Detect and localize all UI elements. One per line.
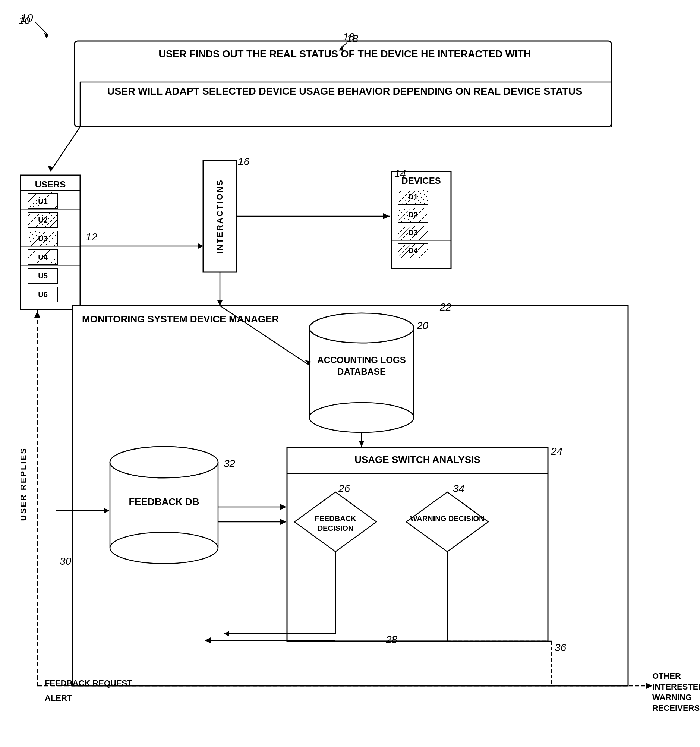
svg-text:U2: U2	[38, 216, 48, 224]
feedback-decision-label: FEEDBACK DECISION	[298, 514, 373, 533]
svg-marker-142	[217, 300, 223, 305]
svg-text:D1: D1	[408, 193, 418, 201]
svg-text:D3: D3	[408, 228, 418, 237]
ref-26: 26	[339, 483, 350, 494]
ref-30: 30	[60, 555, 71, 567]
ref-36: 36	[555, 642, 566, 654]
svg-text:DEVICES: DEVICES	[401, 175, 441, 186]
ref-34: 34	[453, 483, 464, 494]
diagram-container: 10 18 USERS U1	[0, 0, 700, 747]
svg-marker-158	[646, 683, 652, 689]
svg-marker-138	[198, 243, 203, 249]
other-interested-label: OTHER INTERESTED WARNING RECEIVERS	[652, 671, 700, 714]
ref-20: 20	[417, 320, 428, 332]
interactions-box: INTERACTIONS	[203, 160, 237, 272]
svg-line-135	[50, 127, 80, 171]
ref-16: 16	[238, 156, 249, 168]
ref-14: 14	[395, 168, 406, 180]
interactions-label: INTERACTIONS	[215, 179, 225, 254]
svg-text:U5: U5	[38, 272, 48, 280]
ref-22: 22	[440, 301, 451, 313]
ref-10: 10	[19, 15, 30, 27]
usage-switch-label: USAGE SWITCH ANALYSIS	[289, 450, 546, 469]
ref-32: 32	[224, 458, 235, 470]
svg-marker-162	[34, 311, 40, 318]
top-annotation-2: USER WILL ADAPT SELECTED DEVICE USAGE BE…	[93, 86, 596, 97]
user-replies-label: USER REPLIES	[19, 447, 28, 521]
svg-text:U3: U3	[38, 234, 48, 243]
ref-18: 18	[347, 33, 358, 45]
ref-12: 12	[86, 231, 97, 243]
alert-label: ALERT	[45, 693, 72, 703]
feedback-request-label: FEEDBACK REQUEST	[45, 678, 132, 688]
svg-point-130	[110, 446, 218, 478]
svg-point-129	[110, 532, 218, 564]
svg-text:D4: D4	[408, 246, 418, 255]
top-annotation-1: USER FINDS OUT THE REAL STATUS OF THE DE…	[93, 48, 596, 60]
svg-text:U6: U6	[38, 290, 48, 299]
warning-decision-label: WARNING DECISION	[410, 514, 485, 523]
svg-text:U4: U4	[38, 253, 48, 261]
accounting-db-label: ACCOUNTING LOGS DATABASE	[313, 354, 410, 377]
monitoring-label: MONITORING SYSTEM DEVICE MANAGER	[82, 313, 279, 326]
svg-point-125	[309, 402, 414, 432]
svg-text:USERS: USERS	[35, 179, 66, 189]
svg-text:U1: U1	[38, 197, 48, 206]
svg-marker-140	[383, 213, 390, 219]
svg-line-1	[35, 23, 48, 35]
svg-text:D2: D2	[408, 210, 418, 219]
ref-28: 28	[386, 634, 397, 646]
svg-point-126	[309, 313, 414, 343]
feedback-db-label: FEEDBACK DB	[116, 496, 212, 508]
ref-24: 24	[551, 445, 562, 457]
